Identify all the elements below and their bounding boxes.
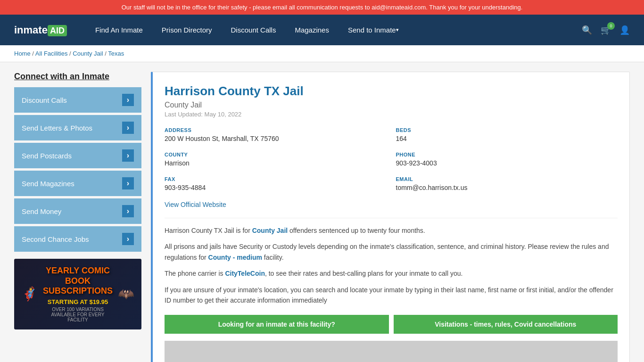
phone-block: PHONE 903-923-4003 bbox=[396, 152, 618, 167]
official-website-link[interactable]: View Official Website bbox=[165, 201, 226, 208]
logo-text: inmateAID bbox=[14, 24, 67, 36]
sidebar-btn-send-magazines[interactable]: Send Magazines › bbox=[14, 171, 141, 196]
county-label: COUNTY bbox=[165, 152, 387, 157]
fax-block: FAX 903-935-4884 bbox=[165, 176, 387, 191]
email-block: EMAIL tomm@co.harrison.tx.us bbox=[396, 176, 618, 191]
desc-para4: If you are unsure of your inmate's locat… bbox=[165, 285, 618, 306]
nav-item-discount-calls[interactable]: Discount Calls bbox=[222, 15, 286, 45]
chevron-right-icon: › bbox=[122, 233, 134, 245]
cart-badge: 0 bbox=[607, 22, 615, 30]
main-content: Connect with an Inmate Discount Calls › … bbox=[0, 62, 644, 362]
main-nav: Find An Inmate Prison Directory Discount… bbox=[86, 15, 582, 45]
chevron-right-icon: › bbox=[122, 122, 134, 134]
email-label: EMAIL bbox=[396, 176, 618, 182]
nav-item-send-to-inmate[interactable]: Send to Inmate bbox=[339, 15, 408, 45]
breadcrumb-county-jail[interactable]: County Jail bbox=[73, 50, 103, 57]
address-label: ADDRESS bbox=[165, 127, 387, 133]
sidebar-ad[interactable]: 🦸 YEARLY COMIC BOOK SUBSCRIPTIONS Starti… bbox=[14, 259, 141, 329]
chevron-right-icon: › bbox=[122, 94, 134, 106]
chevron-right-icon: › bbox=[122, 205, 134, 217]
sidebar: Connect with an Inmate Discount Calls › … bbox=[14, 72, 141, 362]
sidebar-btn-second-chance[interactable]: Second Chance Jobs › bbox=[14, 226, 141, 252]
user-icon[interactable]: 👤 bbox=[619, 25, 630, 35]
sidebar-title: Connect with an Inmate bbox=[14, 72, 141, 82]
sidebar-btn-send-postcards[interactable]: Send Postcards › bbox=[14, 143, 141, 168]
county-jail-link[interactable]: County Jail bbox=[252, 227, 288, 234]
header: inmateAID Find An Inmate Prison Director… bbox=[0, 15, 644, 45]
facility-name: Harrison County TX Jail bbox=[165, 84, 618, 99]
citytelecoin-link[interactable]: CityTeleCoin bbox=[225, 270, 265, 277]
sidebar-btn-send-money[interactable]: Send Money › bbox=[14, 198, 141, 224]
address-block: ADDRESS 200 W Houston St, Marshall, TX 7… bbox=[165, 127, 387, 142]
facility-info-grid: ADDRESS 200 W Houston St, Marshall, TX 7… bbox=[165, 127, 618, 191]
alert-banner: Our staff will not be in the office for … bbox=[0, 0, 644, 15]
phone-value: 903-923-4003 bbox=[396, 159, 618, 167]
beds-block: BEDS 164 bbox=[396, 127, 618, 142]
county-medium-link[interactable]: County - medium bbox=[208, 254, 262, 261]
breadcrumb-all-facilities[interactable]: All Facilities bbox=[35, 50, 68, 57]
ad-footer: OVER 100 VARIATIONS AVAILABLE FOR EVERY … bbox=[41, 307, 114, 322]
county-block: COUNTY Harrison bbox=[165, 152, 387, 167]
nav-item-find-inmate[interactable]: Find An Inmate bbox=[86, 15, 152, 45]
facility-image bbox=[165, 341, 618, 362]
address-value: 200 W Houston St, Marshall, TX 75760 bbox=[165, 135, 387, 142]
chevron-right-icon: › bbox=[122, 177, 134, 189]
beds-label: BEDS bbox=[396, 127, 618, 133]
beds-value: 164 bbox=[396, 135, 618, 142]
looking-for-inmate-button[interactable]: Looking for an inmate at this facility? bbox=[165, 315, 389, 334]
detail-panel: Harrison County TX Jail County Jail Last… bbox=[151, 72, 630, 362]
logo[interactable]: inmateAID bbox=[14, 24, 67, 36]
action-buttons: Looking for an inmate at this facility? … bbox=[165, 315, 618, 334]
fax-label: FAX bbox=[165, 176, 387, 182]
search-icon[interactable]: 🔍 bbox=[582, 25, 592, 35]
ad-title: YEARLY COMIC BOOK SUBSCRIPTIONS bbox=[41, 266, 114, 296]
phone-label: PHONE bbox=[396, 152, 618, 157]
cart-icon[interactable]: 🛒 0 bbox=[601, 25, 611, 35]
nav-item-magazines[interactable]: Magazines bbox=[285, 15, 339, 45]
description-block: Harrison County TX Jail is for County Ja… bbox=[165, 218, 618, 305]
sidebar-btn-discount-calls[interactable]: Discount Calls › bbox=[14, 87, 141, 113]
nav-item-prison-directory[interactable]: Prison Directory bbox=[152, 15, 222, 45]
email-value: tomm@co.harrison.tx.us bbox=[396, 184, 618, 191]
desc-para3: The phone carrier is CityTeleCoin, to se… bbox=[165, 268, 618, 279]
facility-type: County Jail bbox=[165, 101, 618, 109]
nav-icons: 🔍 🛒 0 👤 bbox=[582, 25, 630, 35]
desc-para1: Harrison County TX Jail is for County Ja… bbox=[165, 225, 618, 236]
facility-updated: Last Updated: May 10, 2022 bbox=[165, 111, 618, 118]
desc-para2: All prisons and jails have Security or C… bbox=[165, 241, 618, 263]
breadcrumb-home[interactable]: Home bbox=[14, 50, 31, 57]
sidebar-btn-send-letters[interactable]: Send Letters & Photos › bbox=[14, 115, 141, 140]
breadcrumb: Home / All Facilities / County Jail / Te… bbox=[0, 45, 644, 62]
visitations-button[interactable]: Visitations - times, rules, Covid cancel… bbox=[394, 315, 618, 334]
breadcrumb-texas[interactable]: Texas bbox=[108, 50, 124, 57]
ad-subtitle: Starting at $19.95 bbox=[41, 298, 114, 305]
county-value: Harrison bbox=[165, 159, 387, 167]
chevron-right-icon: › bbox=[122, 149, 134, 162]
fax-value: 903-935-4884 bbox=[165, 184, 387, 191]
